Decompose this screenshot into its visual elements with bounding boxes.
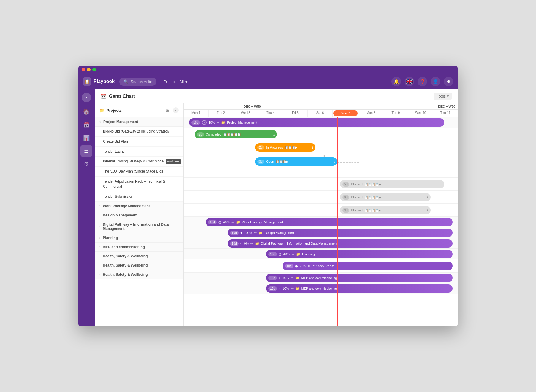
bar-stock-room[interactable]: 10d ◕ 70% ✏ ≡ Stock Room (283, 262, 453, 270)
group-header-project-management[interactable]: ▾ Project Management (95, 117, 183, 127)
sidebar-item-settings[interactable]: ⚙ (80, 158, 92, 170)
bar-progress-circle: ◔ (279, 252, 282, 256)
bar-progress-text: 10% (208, 121, 215, 124)
top-nav: 📋 Playbook 🔍 Search Asite Projects: All … (78, 74, 458, 89)
group-header-work-package[interactable]: › Work Package Management (95, 202, 183, 211)
bar-title: MEP and commissioning (301, 287, 337, 290)
group-label: Health, Safety & Wellbeing (103, 254, 148, 258)
bar-icons: 📋📋📋📋▶ (364, 196, 381, 199)
projects-tool-icon[interactable]: ⊞ (164, 106, 172, 114)
bar-create-bid-plan[interactable]: 2d In-Progress 📋📋📋▶ ℹ (255, 143, 315, 152)
chevron-icon: › (99, 225, 100, 228)
group-header-hse1[interactable]: › Health, Safety & Wellbeing (95, 252, 183, 261)
gantt-day-mon1: Mon 1 (184, 110, 209, 117)
info-icon: ℹ (334, 160, 335, 164)
arrow-connector (337, 162, 359, 163)
gantt-row-work-package: 10d ◔ 40% ✏ 📁 Work Package Management (184, 217, 458, 227)
bar-status-blocked: Blocked (351, 195, 363, 199)
list-item[interactable]: Tender Launch (95, 147, 183, 157)
bar-duration: 3d (342, 208, 349, 213)
search-placeholder: Search Asite (131, 79, 152, 84)
chevron-icon: › (99, 273, 100, 276)
bar-status-blocked: Blocked (351, 208, 363, 212)
gantt-row-tender-adjudication: 3d Blocked 📋📋📋📋▶ ℹ (184, 204, 458, 217)
group-header-hse2[interactable]: › Health, Safety & Wellbeing (95, 261, 183, 270)
list-item[interactable]: Tender Adjudication Pack – Technical & C… (95, 177, 183, 192)
projects-collapse-button[interactable]: ‹ (173, 107, 179, 113)
tools-button[interactable]: Tools ▾ (434, 93, 452, 100)
sidebar-item-dashboard[interactable]: 📊 (80, 132, 92, 144)
help-icon[interactable]: ❓ (418, 77, 427, 86)
list-item-hold-point[interactable]: Internal Trading Strategy & Cost Model H… (95, 157, 183, 167)
group-header-digital[interactable]: › Digital Pathway – Information and Data… (95, 220, 183, 233)
bar-digital-pathway[interactable]: 10d ○ 0% ✏ 📁 Digital Pathway – Informati… (228, 239, 453, 248)
bar-planning[interactable]: 10d ◔ 40% ✏ 📁 Planning (266, 250, 452, 258)
sidebar-item-list[interactable]: ☰ (80, 145, 92, 157)
pencil-icon: ✏ (291, 276, 294, 280)
notifications-icon[interactable]: 🔔 (391, 77, 401, 86)
bar-project-management[interactable]: 10d ○ 10% ✏ 📁 Project Management (189, 118, 444, 127)
bar-tender-launch[interactable]: 3d Open 📋📋📋▶ ℹ (255, 157, 337, 166)
gantt-row-bid-no-bid: 2d Completed 📋📋📋📋📋 ℹ (184, 128, 458, 141)
language-icon[interactable]: 🇬🇧 (405, 77, 414, 86)
brand-icon: 📋 (83, 77, 91, 86)
bar-100-day-plan[interactable]: 3d Blocked 📋📋📋📋▶ ℹ (340, 193, 431, 201)
gantt-day-thu4: Thu 4 (258, 110, 283, 117)
bar-title: Planning (302, 252, 315, 256)
bar-duration: 5d (342, 182, 349, 187)
group-header-hse3[interactable]: › Health, Safety & Wellbeing (95, 270, 183, 279)
gantt-week-row: DEC – W50 DEC – W50 (184, 103, 458, 110)
list-item[interactable]: Create Bid Plan (95, 137, 183, 147)
close-button[interactable] (82, 68, 85, 71)
group-header-design[interactable]: › Design Management (95, 211, 183, 220)
main-layout: › 🏠 📅 📊 ☰ ⚙ 📆 Gantt Chart Tools ▾ (78, 89, 458, 326)
tools-label: Tools (437, 94, 446, 98)
projects-panel: 📁 Projects ⊞ ‹ ▾ Project Management Bid (95, 103, 184, 326)
list-item[interactable]: Tender Submission (95, 192, 183, 202)
group-header-mep1[interactable]: › MEP and commissioning (95, 243, 183, 252)
chevron-icon: › (99, 255, 100, 258)
bar-mep1[interactable]: 10d ○ 10% ✏ 📁 MEP and commissioning (266, 274, 452, 282)
bar-status-open: Open (266, 160, 274, 163)
bar-progress-text: 10% (283, 276, 289, 280)
titlebar (78, 66, 458, 74)
bar-design-management[interactable]: 10d ● 100% ✏ 📁 Design Management (228, 229, 453, 237)
today-line (337, 117, 338, 326)
sidebar-item-home[interactable]: 🏠 (80, 106, 92, 118)
search-bar[interactable]: 🔍 Search Asite (119, 78, 156, 86)
bar-bid-no-bid[interactable]: 2d Completed 📋📋📋📋📋 ℹ (195, 130, 277, 138)
bar-title: Digital Pathway – Information and Data M… (261, 242, 337, 245)
bar-work-package[interactable]: 10d ◔ 40% ✏ 📁 Work Package Management (206, 218, 453, 226)
gantt-row-internal-trading: 5d Blocked 📋📋📋📋▶ (184, 178, 458, 191)
bar-title: Work Package Management (242, 220, 283, 224)
sidebar-item-calendar[interactable]: 📅 (80, 119, 92, 131)
list-item[interactable]: Bid/No Bid (Gateway 2) including Strateg… (95, 127, 183, 137)
bar-progress-circle: ○ (279, 276, 281, 280)
user-avatar[interactable]: 👤 (431, 77, 440, 86)
projects-filter[interactable]: Projects: All ▾ (164, 79, 188, 84)
bar-tender-adjudication[interactable]: 3d Blocked 📋📋📋📋▶ ℹ (340, 206, 431, 214)
page-title-text: Gantt Chart (109, 94, 135, 99)
gantt-row-digital-pathway: 10d ○ 0% ✏ 📁 Digital Pathway – Informati… (184, 238, 458, 249)
bar-mep2[interactable]: 10d ○ 10% ✏ 📁 MEP and commissioning (266, 284, 452, 293)
bar-duration: 10d (191, 120, 200, 125)
sidebar-toggle-button[interactable]: › (82, 93, 91, 102)
pencil-icon: ✏ (291, 287, 294, 291)
pencil-icon: ✏ (217, 121, 219, 125)
folder-icon: 📁 (255, 242, 259, 246)
group-header-planning[interactable]: › Planning (95, 233, 183, 243)
maximize-button[interactable] (92, 68, 96, 71)
settings-icon[interactable]: ⚙ (444, 77, 453, 86)
minimize-button[interactable] (87, 68, 91, 71)
list-item[interactable]: The '100' Day Plan (Single Stage Bids) (95, 167, 183, 177)
gantt-day-fri5: Fri 5 (283, 110, 308, 117)
folder-icon: 📁 (295, 276, 299, 280)
bar-internal-trading[interactable]: 5d Blocked 📋📋📋📋▶ (340, 180, 444, 188)
bar-duration: 3d (342, 195, 349, 200)
folder-icon: 📁 (236, 220, 240, 224)
chevron-icon: › (99, 246, 100, 249)
bar-icons: 📋📋📋📋📋 (223, 133, 241, 136)
projects-text: Projects (107, 108, 122, 113)
gantt-row-stock-room: 10d ◕ 70% ✏ ≡ Stock Room (184, 259, 458, 273)
pencil-icon: ✏ (308, 264, 311, 268)
